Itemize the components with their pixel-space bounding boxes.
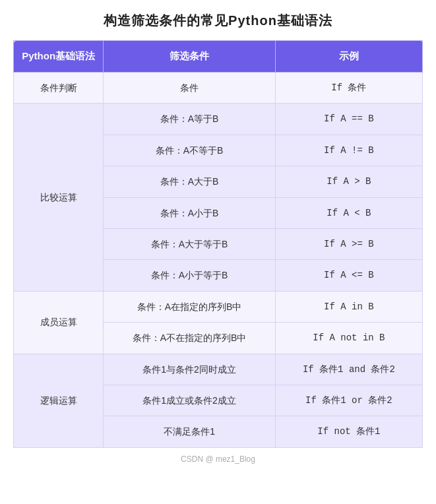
- example-cell: If A in B: [275, 291, 422, 322]
- python-category: 比较运算: [14, 104, 104, 291]
- header-col2: 筛选条件: [104, 41, 275, 73]
- example-cell: If A != B: [275, 135, 422, 166]
- condition-cell: 条件：A大于等于B: [104, 228, 275, 259]
- condition-cell: 条件：A不在指定的序列B中: [104, 323, 275, 354]
- page-wrapper: 构造筛选条件的常见Python基础语法 Python基础语法 筛选条件 示例 条…: [0, 0, 436, 480]
- condition-cell: 条件1成立或条件2成立: [104, 385, 275, 416]
- example-cell: If 条件1 and 条件2: [275, 354, 422, 385]
- table-row: 逻辑运算条件1与条件2同时成立If 条件1 and 条件2: [14, 354, 423, 385]
- page-title: 构造筛选条件的常见Python基础语法: [13, 12, 423, 30]
- example-cell: If not 条件1: [275, 416, 422, 447]
- condition-cell: 条件：A小于B: [104, 197, 275, 228]
- example-cell: If 条件: [275, 73, 422, 104]
- table-row: 成员运算条件：A在指定的序列B中If A in B: [14, 291, 423, 322]
- main-table: Python基础语法 筛选条件 示例 条件判断条件If 条件比较运算条件：A等于…: [13, 40, 423, 448]
- condition-cell: 条件：A小于等于B: [104, 260, 275, 291]
- table-row: 比较运算条件：A等于BIf A == B: [14, 104, 423, 135]
- table-row: 条件判断条件If 条件: [14, 73, 423, 104]
- watermark: CSDN @ mez1_Blog: [13, 455, 423, 464]
- example-cell: If A >= B: [275, 228, 422, 259]
- condition-cell: 条件: [104, 73, 275, 104]
- example-cell: If 条件1 or 条件2: [275, 385, 422, 416]
- condition-cell: 不满足条件1: [104, 416, 275, 447]
- header-col3: 示例: [275, 41, 422, 73]
- condition-cell: 条件：A等于B: [104, 104, 275, 135]
- condition-cell: 条件：A在指定的序列B中: [104, 291, 275, 322]
- python-category: 逻辑运算: [14, 354, 104, 447]
- condition-cell: 条件：A不等于B: [104, 135, 275, 166]
- python-category: 条件判断: [14, 73, 104, 104]
- example-cell: If A not in B: [275, 323, 422, 354]
- example-cell: If A == B: [275, 104, 422, 135]
- condition-cell: 条件：A大于B: [104, 166, 275, 197]
- python-category: 成员运算: [14, 291, 104, 354]
- example-cell: If A <= B: [275, 260, 422, 291]
- condition-cell: 条件1与条件2同时成立: [104, 354, 275, 385]
- example-cell: If A < B: [275, 197, 422, 228]
- example-cell: If A > B: [275, 166, 422, 197]
- header-col1: Python基础语法: [14, 41, 104, 73]
